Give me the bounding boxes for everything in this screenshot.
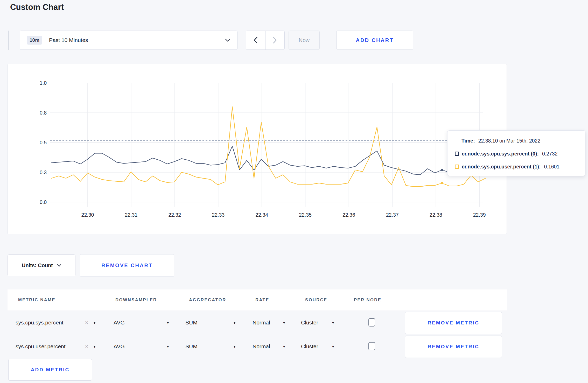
rate-value: Normal — [253, 320, 270, 326]
col-header-metric-name: METRIC NAME — [18, 289, 55, 310]
svg-text:0.5: 0.5 — [40, 140, 47, 145]
caret-down-icon: ▼ — [282, 321, 286, 324]
metrics-table-header: METRIC NAME DOWNSAMPLER AGGREGATOR RATE … — [8, 289, 507, 310]
caret-down-icon: ▼ — [93, 345, 96, 348]
add-metric-button[interactable]: ADD METRIC — [8, 359, 92, 381]
tooltip-series-row: cr.node.sys.cpu.user.percent (1): 0.1601 — [455, 163, 580, 171]
tooltip-series-name: cr.node.sys.cpu.user.percent (1): — [462, 164, 541, 170]
chart-tooltip: Time: 22:38:10 on Mar 15th, 2022 cr.node… — [447, 130, 585, 176]
source-value: Cluster — [301, 343, 318, 350]
svg-text:0.3: 0.3 — [40, 169, 47, 175]
toolbar-divider — [8, 31, 9, 50]
svg-text:22:34: 22:34 — [255, 212, 268, 218]
tooltip-time-row: Time: 22:38:10 on Mar 15th, 2022 — [455, 137, 580, 145]
caret-down-icon: ▼ — [93, 321, 96, 324]
caret-down-icon: ▼ — [233, 345, 236, 348]
chart-canvas[interactable]: 0.00.30.50.81.022:3022:3122:3222:3322:34… — [8, 64, 507, 234]
time-pager — [246, 31, 285, 50]
rate-value: Normal — [253, 343, 270, 350]
tooltip-series-row: cr.node.sys.cpu.sys.percent (0): 0.2732 — [455, 150, 580, 158]
svg-text:22:33: 22:33 — [212, 212, 225, 218]
svg-text:22:36: 22:36 — [342, 212, 355, 218]
col-header-aggregator: AGGREGATOR — [189, 289, 226, 310]
chevron-down-icon — [57, 264, 61, 267]
prev-button[interactable] — [246, 31, 265, 49]
remove-metric-button[interactable]: REMOVE METRIC — [405, 336, 502, 358]
aggregator-value: SUM — [185, 320, 198, 326]
tooltip-time-value: 22:38:10 on Mar 15th, 2022 — [478, 138, 541, 144]
time-range-label: Past 10 Minutes — [49, 37, 88, 43]
chevron-right-icon — [273, 37, 277, 44]
svg-text:22:30: 22:30 — [81, 212, 94, 218]
col-header-source: SOURCE — [305, 289, 327, 310]
svg-text:1.0: 1.0 — [40, 80, 47, 86]
caret-down-icon: ▼ — [233, 321, 236, 324]
metric-row: sys.cpu.sys.percent × ▼ AVG ▼ SUM ▼ Norm… — [8, 311, 507, 334]
caret-down-icon: ▼ — [166, 345, 170, 348]
chevron-left-icon — [254, 37, 258, 44]
chevron-down-icon — [225, 38, 230, 42]
series-color-swatch-user — [455, 165, 459, 169]
caret-down-icon: ▼ — [282, 345, 286, 348]
svg-text:22:35: 22:35 — [299, 212, 312, 218]
svg-text:22:32: 22:32 — [168, 212, 181, 218]
chart-card: 0.00.30.50.81.022:3022:3122:3222:3322:34… — [8, 64, 507, 234]
metric-name-select[interactable]: sys.cpu.sys.percent × ▼ — [14, 311, 96, 334]
svg-text:22:39: 22:39 — [473, 212, 486, 218]
metric-row: sys.cpu.user.percent × ▼ AVG ▼ SUM ▼ Nor… — [8, 335, 507, 358]
metric-name-select[interactable]: sys.cpu.user.percent × ▼ — [14, 335, 96, 358]
aggregator-select[interactable]: SUM ▼ — [185, 335, 236, 358]
caret-down-icon: ▼ — [331, 345, 335, 348]
page-title: Custom Chart — [10, 3, 64, 12]
series-color-swatch-sys — [455, 152, 459, 156]
add-chart-button[interactable]: ADD CHART — [336, 31, 413, 50]
downsampler-select[interactable]: AVG ▼ — [114, 311, 170, 334]
per-node-checkbox[interactable] — [368, 342, 375, 350]
tooltip-series-value: 0.1601 — [544, 164, 560, 170]
units-label: Units: Count — [22, 263, 53, 268]
downsampler-value: AVG — [114, 320, 125, 326]
col-header-per-node: PER NODE — [354, 289, 381, 310]
rate-select[interactable]: Normal ▼ — [253, 335, 286, 358]
custom-chart-page: Custom Chart 10m Past 10 Minutes Now ADD… — [0, 0, 588, 383]
downsampler-value: AVG — [114, 343, 125, 350]
per-node-checkbox[interactable] — [368, 318, 375, 327]
source-select[interactable]: Cluster ▼ — [301, 311, 335, 334]
svg-text:22:37: 22:37 — [386, 212, 399, 218]
next-button[interactable] — [265, 31, 285, 49]
caret-down-icon: ▼ — [331, 321, 335, 324]
col-header-downsampler: DOWNSAMPLER — [115, 289, 157, 310]
source-select[interactable]: Cluster ▼ — [301, 335, 335, 358]
close-icon[interactable]: × — [85, 320, 88, 326]
close-icon[interactable]: × — [85, 344, 88, 350]
source-value: Cluster — [301, 320, 318, 326]
remove-chart-button[interactable]: REMOVE CHART — [80, 254, 174, 277]
downsampler-select[interactable]: AVG ▼ — [114, 335, 170, 358]
time-range-badge: 10m — [27, 36, 42, 45]
remove-metric-button[interactable]: REMOVE METRIC — [405, 312, 502, 334]
time-range-select[interactable]: 10m Past 10 Minutes — [20, 31, 237, 50]
tooltip-series-value: 0.2732 — [542, 151, 558, 157]
rate-select[interactable]: Normal ▼ — [253, 311, 286, 334]
aggregator-select[interactable]: SUM ▼ — [185, 311, 236, 334]
tooltip-series-name: cr.node.sys.cpu.sys.percent (0): — [462, 151, 539, 157]
metric-name-value: sys.cpu.user.percent — [16, 343, 66, 350]
col-header-rate: RATE — [255, 289, 269, 310]
svg-text:0.8: 0.8 — [40, 110, 47, 116]
svg-text:0.0: 0.0 — [40, 199, 47, 205]
units-select[interactable]: Units: Count — [8, 254, 75, 276]
aggregator-value: SUM — [185, 343, 198, 350]
svg-text:22:38: 22:38 — [430, 212, 442, 218]
caret-down-icon: ▼ — [166, 321, 170, 324]
metric-name-value: sys.cpu.sys.percent — [16, 320, 63, 326]
svg-text:22:31: 22:31 — [125, 212, 137, 218]
now-button[interactable]: Now — [289, 31, 320, 50]
tooltip-time-label: Time: — [461, 138, 475, 144]
